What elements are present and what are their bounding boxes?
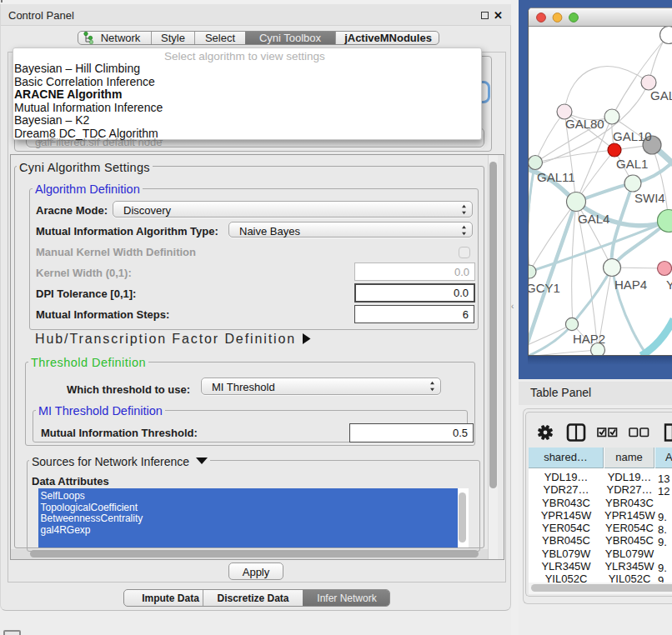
svg-text:SWI4: SWI4 xyxy=(634,191,665,205)
svg-text:GAL11: GAL11 xyxy=(537,170,575,184)
svg-text:HAP2: HAP2 xyxy=(573,332,605,346)
svg-text:Y: Y xyxy=(666,278,672,292)
svg-text:GAL7: GAL7 xyxy=(650,88,672,102)
svg-text:GCY1: GCY1 xyxy=(529,281,560,295)
svg-text:GAL80: GAL80 xyxy=(565,117,604,131)
svg-text:GAL1: GAL1 xyxy=(616,157,648,171)
svg-text:GAL10: GAL10 xyxy=(613,129,652,143)
svg-text:HAP4: HAP4 xyxy=(614,278,647,292)
svg-text:GAL4: GAL4 xyxy=(578,212,609,226)
